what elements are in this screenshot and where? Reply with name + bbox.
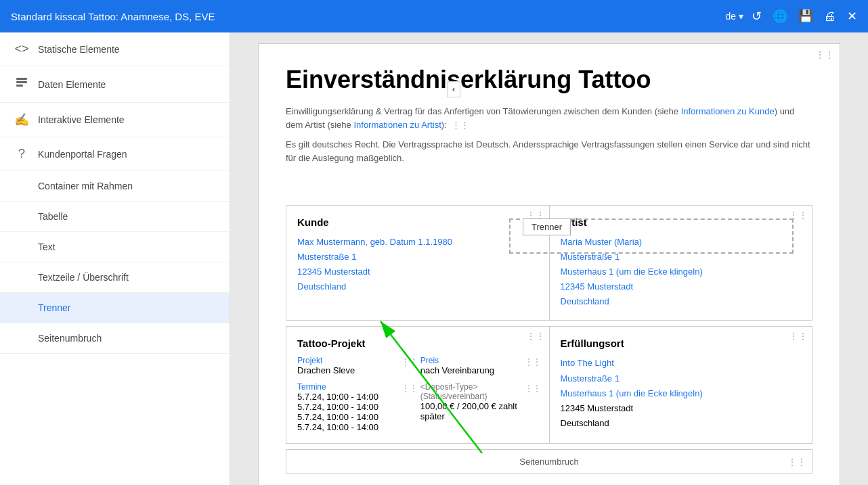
preis-value: nach Vereinbarung [420, 365, 538, 375]
sidebar-item-container-mit-rahmen[interactable]: Container mit Rahmen [0, 171, 230, 202]
tattoo-erfullungsort-section: ⋮⋮ Tattoo-Projekt ⋮⋮ Projekt Drachen Sle… [286, 326, 812, 444]
artist-title: Artist [561, 216, 802, 228]
kunde-line-1: Max Mustermann, geb. Datum 1.1.1980 [297, 235, 538, 250]
sidebar-item-label: Kundenportal Fragen [38, 149, 127, 160]
language-selector[interactable]: de ▾ [725, 11, 743, 22]
kunde-line-3: 12345 Musterstadt [297, 264, 538, 279]
deposit-value-1: 100,00 € / 200,00 € zahlt [420, 401, 538, 411]
erfullungsort-line-4: 12345 Musterstadt [561, 401, 802, 416]
termine-drag-handle[interactable]: ⋮⋮ [402, 384, 418, 393]
erfullungsort-drag-handle[interactable]: ⋮⋮ [789, 331, 808, 342]
artist-line-2: Musterstraße 1 [561, 250, 802, 264]
sidebar-item-text[interactable]: Text [0, 232, 230, 262]
erfullungsort-title: Erfüllungsort [561, 338, 802, 349]
sidebar-item-textzeile-uberschrift[interactable]: Textzeile / Überschrift [0, 262, 230, 293]
main-layout: <> Statische Elemente Daten Elemente ✍ I… [0, 32, 868, 485]
document-intro-1: Einwilligungserklärung & Vertrag für das… [286, 105, 812, 131]
deposit-value-2: später [420, 411, 538, 421]
intro-drag-handle[interactable]: ⋮⋮ [452, 120, 469, 130]
artist-drag-handle[interactable]: ⋮⋮ [789, 210, 808, 221]
save-icon[interactable]: 💾 [798, 9, 813, 24]
trenner-tooltip: Trenner [523, 218, 571, 235]
trenner-tooltip-label: Trenner [531, 222, 562, 232]
svg-rect-1 [16, 81, 27, 83]
code-icon: <> [14, 42, 30, 56]
seitenumbruch-label: Seitenumbruch [519, 457, 578, 467]
close-icon[interactable]: ✕ [847, 9, 857, 24]
sidebar-item-label: Textzeile / Überschrift [38, 272, 129, 283]
seitenumbruch-drag-handle[interactable]: ⋮⋮ [787, 457, 806, 467]
sidebar-item-trenner[interactable]: Trenner [0, 293, 230, 323]
sidebar-toggle[interactable]: ‹ [447, 81, 460, 97]
erfullungsort-line-1: Into The Light [561, 356, 802, 371]
document-title: Einverständniserklärung Tattoo [286, 66, 812, 94]
termin-3: 5.7.24, 10:00 - 14:00 [297, 412, 415, 422]
artist-line-3: Musterhaus 1 (um die Ecke klingeln) [561, 264, 802, 279]
svg-rect-2 [16, 85, 23, 87]
projekt-label: Projekt [297, 356, 415, 365]
sidebar-item-seitenumbruch[interactable]: Seitenumbruch [0, 323, 230, 354]
seitenumbruch-bar: Seitenumbruch ⋮⋮ [286, 449, 812, 474]
projekt-drag-handle[interactable]: ⋮⋮ [402, 357, 418, 367]
sidebar-item-interaktive-elemente[interactable]: ✍ Interaktive Elemente [0, 103, 230, 137]
document-intro-2: Es gilt deutsches Recht. Die Vertragsspr… [286, 138, 812, 164]
document: ⋮⋮ Einverständniserklärung Tattoo Einwil… [258, 43, 840, 485]
tattoo-projekt-title: Tattoo-Projekt [297, 338, 538, 349]
preis-col: ⋮⋮ Preis nach Vereinbarung [420, 356, 538, 375]
erfullungsort-line-2: Musterstraße 1 [561, 371, 802, 386]
tattoo-row-2: ⋮⋮ Termine 5.7.24, 10:00 - 14:00 5.7.24,… [297, 382, 538, 432]
refresh-icon[interactable]: ↺ [752, 9, 762, 24]
tattoo-drag-handle[interactable]: ⋮⋮ [526, 331, 545, 342]
artist-column: ⋮⋮ Artist Maria Muster (Maria) Musterstr… [550, 206, 812, 320]
artist-line-1: Maria Muster (Maria) [561, 235, 802, 250]
sidebar-item-label: Interaktive Elemente [38, 114, 125, 125]
sidebar-item-kundenportal-fragen[interactable]: ? Kundenportal Fragen [0, 137, 230, 171]
sidebar-item-statische-elemente[interactable]: <> Statische Elemente [0, 32, 230, 66]
topbar-icons: ↺ 🌐 💾 🖨 ✕ [752, 9, 857, 24]
sidebar-item-label: Trenner [38, 302, 71, 313]
document-drag-handle[interactable]: ⋮⋮ [815, 49, 834, 60]
kunde-title: Kunde [297, 216, 538, 228]
link-informationen-kunde[interactable]: Informationen zu Kunde [681, 106, 775, 116]
termin-4: 5.7.24, 10:00 - 14:00 [297, 422, 415, 432]
termin-2: 5.7.24, 10:00 - 14:00 [297, 402, 415, 412]
termin-1: 5.7.24, 10:00 - 14:00 [297, 392, 415, 402]
projekt-col: ⋮⋮ Projekt Drachen Sleve [297, 356, 415, 375]
preis-drag-handle[interactable]: ⋮⋮ [525, 357, 541, 367]
erfullungsort-column: ⋮⋮ Erfüllungsort Into The Light Musterst… [550, 327, 812, 443]
topbar: Standard kisscal Tattoo: Anamnese, DS, E… [0, 0, 868, 32]
termine-list: 5.7.24, 10:00 - 14:00 5.7.24, 10:00 - 14… [297, 392, 415, 432]
projekt-value: Drachen Sleve [297, 365, 415, 375]
sidebar-item-label: Text [38, 241, 56, 252]
language-label: de [725, 11, 736, 22]
artist-line-5: Deutschland [561, 294, 802, 309]
sidebar-item-label: Daten Elemente [38, 79, 106, 90]
preis-label: Preis [420, 356, 538, 365]
sidebar-item-label: Statische Elemente [38, 44, 120, 55]
artist-content: Maria Muster (Maria) Musterstraße 1 Must… [561, 235, 802, 309]
tattoo-row-1: ⋮⋮ Projekt Drachen Sleve ⋮⋮ Preis nach V… [297, 356, 538, 375]
sidebar-item-tabelle[interactable]: Tabelle [0, 202, 230, 232]
sidebar: <> Statische Elemente Daten Elemente ✍ I… [0, 32, 230, 485]
data-icon [14, 76, 30, 93]
sidebar-item-daten-elemente[interactable]: Daten Elemente [0, 66, 230, 103]
print-icon[interactable]: 🖨 [824, 9, 836, 24]
interactive-icon: ✍ [14, 112, 30, 127]
globe-icon[interactable]: 🌐 [773, 9, 787, 24]
kunde-line-4: Deutschland [297, 279, 538, 294]
artist-line-4: 12345 Musterstadt [561, 279, 802, 294]
termine-col: ⋮⋮ Termine 5.7.24, 10:00 - 14:00 5.7.24,… [297, 382, 415, 432]
kunde-line-2: Musterstraße 1 [297, 250, 538, 264]
topbar-title: Standard kisscal Tattoo: Anamnese, DS, E… [11, 11, 717, 22]
svg-rect-0 [16, 78, 27, 80]
question-icon: ? [14, 147, 30, 161]
deposit-drag-handle[interactable]: ⋮⋮ [525, 384, 541, 393]
tattoo-projekt-column: ⋮⋮ Tattoo-Projekt ⋮⋮ Projekt Drachen Sle… [286, 327, 550, 443]
deposit-col: ⋮⋮ <Deposit-Type> (Status/vereinbart) 10… [420, 382, 538, 432]
erfullungsort-line-5: Deutschland [561, 416, 802, 431]
link-informationen-artist[interactable]: Informationen zu Artist [353, 120, 441, 130]
content-area: ‹ ⋮⋮ Einverständniserklärung Tattoo Einw… [230, 32, 868, 485]
deposit-label: <Deposit-Type> (Status/vereinbart) [420, 382, 538, 401]
kunde-content: Max Mustermann, geb. Datum 1.1.1980 Must… [297, 235, 538, 294]
erfullungsort-content: Into The Light Musterstraße 1 Musterhaus… [561, 356, 802, 430]
